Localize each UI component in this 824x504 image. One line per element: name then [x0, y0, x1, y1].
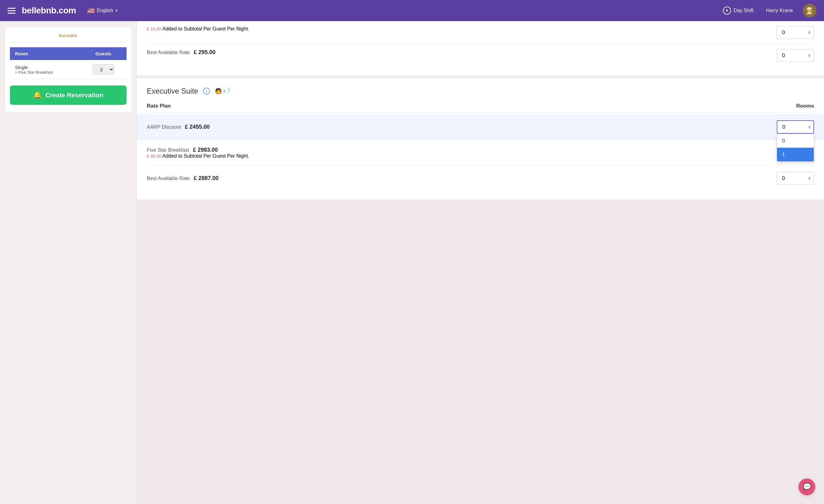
- avatar[interactable]: 👨‍🍳: [803, 4, 817, 17]
- addon-rate-controls: 0 1 ⬍: [777, 26, 814, 39]
- language-selector[interactable]: 🇺🇸 English ▾: [87, 7, 117, 14]
- addon-rooms-select[interactable]: 0 1: [777, 26, 814, 39]
- room-column-header: Room: [10, 47, 80, 60]
- best-available-rooms-select[interactable]: 0 1: [777, 172, 814, 185]
- shift-label: Day Shift: [733, 8, 754, 13]
- addon-text: £ 10.00 Added to Subtotal Per Guest Per …: [147, 26, 249, 32]
- person-icon: 🧑: [215, 88, 222, 95]
- rooms-card: ROOMS Room Guests Single + Five Star Bre…: [5, 27, 131, 112]
- flag-icon: 🇺🇸: [87, 7, 95, 14]
- header: bellebnb.com 🇺🇸 English ▾ ✦ Day Shift Ha…: [0, 0, 824, 21]
- room-type-name: Single: [15, 65, 75, 70]
- language-label: English: [97, 8, 113, 13]
- best-available-select-top[interactable]: 0 1: [777, 49, 814, 62]
- suite-title: Executive Suite: [147, 87, 198, 95]
- main-content: £ 10.00 Added to Subtotal Per Guest Per …: [137, 21, 824, 504]
- best-available-rate-amount: £ 2887.00: [194, 175, 219, 181]
- addon-row: £ 10.00 Added to Subtotal Per Guest Per …: [147, 21, 814, 44]
- aarp-select-wrapper: 0 1 ⬍ 0 1: [777, 120, 814, 134]
- aarp-dropdown: 0 1: [777, 134, 814, 162]
- room-cell: Single + Five Star Breakfast: [10, 60, 80, 79]
- dropdown-option-1[interactable]: 1: [777, 148, 814, 162]
- create-reservation-button[interactable]: 🔔 Create Reservation: [10, 86, 126, 105]
- rate-label: Best Available Rate: [147, 50, 190, 55]
- shift-selector[interactable]: ✦ Day Shift: [723, 7, 754, 15]
- five-star-rate-name: Five Star Breakfast: [147, 147, 189, 153]
- dropdown-option-0[interactable]: 0: [777, 134, 814, 148]
- five-star-rate-row: Five Star Breakfast £ 2983.00 £ 40.00 Ad…: [147, 140, 814, 166]
- best-available-controls-top: 0 1 ⬍: [777, 49, 814, 62]
- aarp-rate-name: AARP Discount: [147, 124, 181, 130]
- five-star-addon-price: £ 40.00: [147, 154, 162, 159]
- aarp-rate-info: AARP Discount £ 2455.00: [147, 124, 777, 130]
- chevron-down-icon: ▾: [116, 8, 117, 13]
- executive-suite-section: Executive Suite i 🧑 x 7 Rate Plan Rooms …: [137, 78, 824, 200]
- rate-plan-header: Rate Plan: [147, 103, 171, 109]
- suite-header: Executive Suite i 🧑 x 7: [147, 87, 814, 95]
- create-reservation-label: Create Reservation: [45, 92, 103, 99]
- best-available-label-top: Best Available Rate £ 295.00: [147, 49, 215, 56]
- aarp-rate-row: AARP Discount £ 2455.00 0 1 ⬍ 0 1: [137, 114, 824, 140]
- best-available-select-wrapper-top: 0 1 ⬍: [777, 49, 814, 62]
- sidebar: ROOMS Room Guests Single + Five Star Bre…: [0, 21, 137, 504]
- brand-logo: bellebnb.com: [22, 6, 76, 15]
- shift-icon: ✦: [723, 7, 731, 15]
- guests-cell: 1 2 3 4: [80, 60, 126, 79]
- best-available-rate-name: Best Available Rate: [147, 176, 190, 181]
- rate-price: £ 295.00: [194, 49, 215, 55]
- best-available-rate-info: Best Available Rate £ 2887.00: [147, 175, 777, 182]
- user-name: Harry Krane: [766, 8, 793, 13]
- table-row: Single + Five Star Breakfast 1 2 3 4: [10, 60, 126, 79]
- five-star-rate-amount: £ 2983.00: [193, 147, 218, 153]
- five-star-addon: £ 40.00 Added to Subtotal Per Guest Per …: [147, 153, 777, 159]
- five-star-addon-desc: Added to Subtotal Per Guest Per Night.: [162, 153, 249, 159]
- addon-select-wrapper: 0 1 ⬍: [777, 26, 814, 39]
- top-partial-section: £ 10.00 Added to Subtotal Per Guest Per …: [137, 21, 824, 78]
- info-icon[interactable]: i: [203, 88, 210, 95]
- aarp-rate-amount: £ 2455.00: [185, 124, 210, 130]
- best-available-row-top: Best Available Rate £ 295.00 0 1 ⬍: [147, 44, 814, 67]
- best-available-rate-row: Best Available Rate £ 2887.00 0 1 ⬍: [147, 166, 814, 191]
- rate-table-header: Rate Plan Rooms: [147, 103, 814, 113]
- capacity-count: x 7: [223, 88, 230, 94]
- addon-description: Added to Subtotal Per Guest Per Night.: [162, 26, 249, 31]
- aarp-rooms-select[interactable]: 0 1: [777, 120, 814, 134]
- avatar-icon: 👨‍🍳: [806, 7, 814, 14]
- chat-icon: 💬: [803, 483, 811, 491]
- chat-button[interactable]: 💬: [799, 479, 815, 495]
- suite-capacity: 🧑 x 7: [215, 88, 230, 95]
- addon-price-text: £ 10.00: [147, 26, 162, 31]
- main-layout: ROOMS Room Guests Single + Five Star Bre…: [0, 21, 824, 504]
- guests-column-header: Guests: [80, 47, 126, 60]
- five-star-rate-info: Five Star Breakfast £ 2983.00 £ 40.00 Ad…: [147, 147, 777, 159]
- best-available-select-wrapper: 0 1 ⬍: [777, 172, 814, 185]
- menu-icon[interactable]: [7, 8, 15, 14]
- room-type-sub: + Five Star Breakfast: [15, 70, 75, 75]
- bell-icon: 🔔: [33, 91, 42, 99]
- guests-select[interactable]: 1 2 3 4: [92, 64, 114, 75]
- rooms-section-title: ROOMS: [10, 33, 126, 42]
- rooms-table: Room Guests Single + Five Star Breakfast…: [10, 47, 126, 79]
- rooms-header: Rooms: [796, 103, 814, 109]
